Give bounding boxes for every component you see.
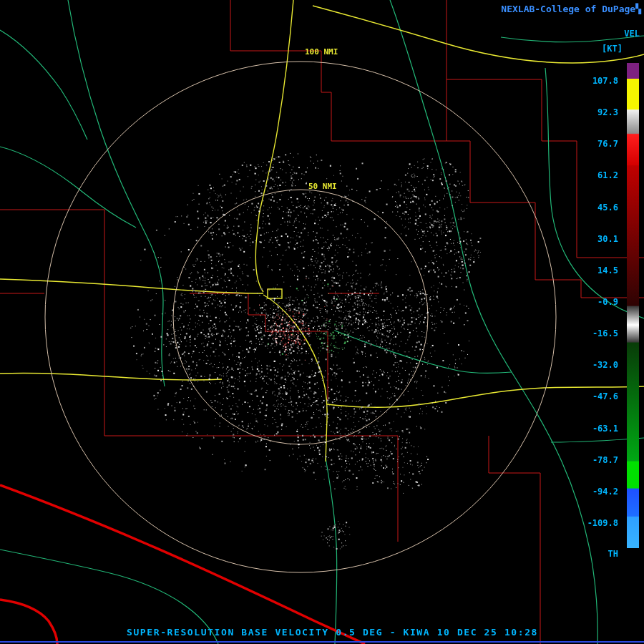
colorbar-tick: -47.6 <box>592 391 618 401</box>
velocity-echoes <box>0 0 644 644</box>
colorbar-tick: 14.5 <box>597 265 618 275</box>
colorbar-tick: 61.2 <box>597 170 618 180</box>
threshold-label: TH <box>608 549 618 559</box>
product-title: SUPER-RESOLUTION BASE VELOCITY 0.5 DEG -… <box>127 627 538 638</box>
colorbar-tick: -109.8 <box>587 518 618 528</box>
colorbar-tick: 76.7 <box>597 139 618 149</box>
product-label: VEL <box>624 29 640 39</box>
colorbar-tick: -0.9 <box>597 297 618 307</box>
site-header: NEXLAB-College of DuPage▚ <box>501 4 641 14</box>
colorbar-tick: 107.8 <box>592 76 618 86</box>
unit-label: [KT] <box>602 44 623 54</box>
header-title: NEXLAB-College of DuPage <box>501 4 635 14</box>
range-ring-label-100nmi: 100 NMI <box>305 47 338 57</box>
cod-logo-icon: ▚ <box>635 4 641 14</box>
colorbar-tick: 45.6 <box>597 203 618 213</box>
radar-display: 100 NMI 50 NMI NEXLAB-College of DuPage▚… <box>0 0 644 644</box>
colorbar-tick: 92.3 <box>597 107 618 117</box>
colorbar-tick: -32.0 <box>592 360 618 370</box>
colorbar-tick: -78.7 <box>592 455 618 465</box>
colorbar-tick: -16.5 <box>592 328 618 338</box>
colorbar-tick: 30.1 <box>597 234 618 244</box>
range-ring-label-50nmi: 50 NMI <box>308 182 337 191</box>
colorbar-tick: -94.2 <box>592 487 618 497</box>
colorbar-tick: -63.1 <box>592 424 618 434</box>
velocity-color-scale <box>627 63 639 548</box>
